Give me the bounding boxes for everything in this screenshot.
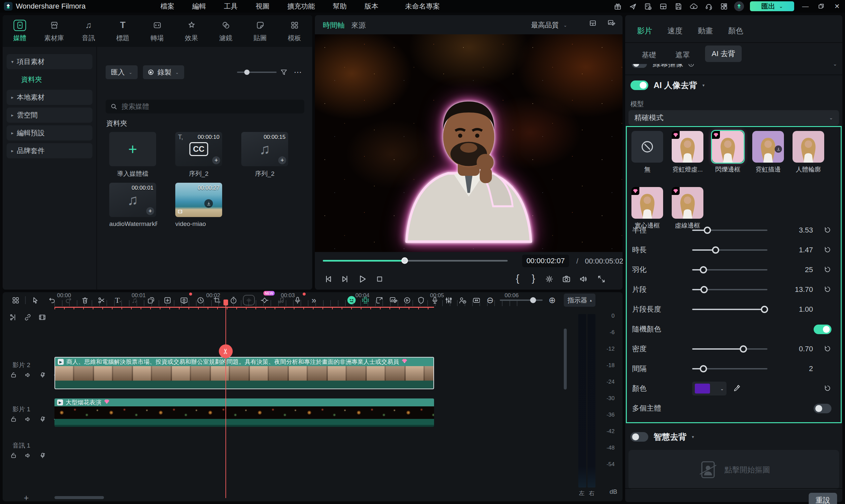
tab-color[interactable]: 顏色 xyxy=(728,26,743,36)
media-manager-icon[interactable] xyxy=(8,293,22,307)
reset-icon[interactable] xyxy=(824,384,831,394)
media-item-sequence-audio[interactable]: ♫ 00:00:15 + xyxy=(241,132,288,166)
zoom-slider-knob[interactable] xyxy=(530,297,536,303)
share-plane-icon[interactable] xyxy=(625,0,640,13)
more-options-icon[interactable]: ⋯ xyxy=(291,68,304,77)
support-headset-icon[interactable] xyxy=(701,0,716,13)
playhead-line[interactable] xyxy=(226,300,226,498)
quality-dropdown[interactable]: 最高品質⌄ xyxy=(531,20,567,30)
split-compare-icon[interactable] xyxy=(586,19,599,27)
current-timecode[interactable]: 00:00:02:07 xyxy=(522,255,569,267)
add-to-timeline-button[interactable]: + xyxy=(212,156,220,164)
lock-icon[interactable] xyxy=(10,452,17,459)
workspace-grid-icon[interactable] xyxy=(716,0,732,13)
preview-video[interactable] xyxy=(315,34,622,252)
minimize-button[interactable]: — xyxy=(797,0,813,13)
speaker-icon[interactable] xyxy=(24,416,32,423)
save-icon[interactable] xyxy=(671,0,686,13)
sidebar-item-edit-presets[interactable]: ▸編輯預設 xyxy=(6,125,92,141)
radius-slider[interactable] xyxy=(692,230,768,231)
mark-out-button[interactable]: } xyxy=(526,271,541,286)
tab-timeline-view[interactable]: 時間軸 xyxy=(323,20,345,30)
quick-split-icon[interactable] xyxy=(7,313,19,321)
timeline-vertical-scrollbar[interactable] xyxy=(564,328,567,390)
eyedropper-icon[interactable] xyxy=(733,384,741,393)
media-item-video-miao[interactable]: 00:00:27 xyxy=(175,183,222,217)
feather-slider[interactable] xyxy=(692,269,768,270)
menu-extensions[interactable]: 擴充功能 xyxy=(278,2,324,11)
add-to-timeline-button[interactable]: + xyxy=(146,207,154,215)
segment-length-slider[interactable] xyxy=(692,309,768,310)
tab-media[interactable]: 媒體 xyxy=(3,15,37,47)
scrub-handle[interactable] xyxy=(401,257,408,264)
preset-neon-outline[interactable]: 霓虹描邊 xyxy=(752,131,784,174)
preset-body-contour[interactable]: 人體輪廓 xyxy=(793,131,824,174)
timeline-horizontal-scrollbar[interactable] xyxy=(54,496,104,499)
thumbnail-size-slider[interactable] xyxy=(237,72,277,73)
reset-icon[interactable] xyxy=(824,246,831,255)
film-track-icon[interactable] xyxy=(36,313,48,321)
reset-all-button[interactable]: 重設 xyxy=(809,493,837,504)
triangle-down-icon[interactable]: ▾ xyxy=(692,434,694,439)
media-item-sequence-title[interactable]: T, CC 00:00:10 + xyxy=(175,132,222,166)
menu-view[interactable]: 視圖 xyxy=(247,2,278,11)
maximize-button[interactable] xyxy=(813,0,829,13)
filter-funnel-icon[interactable] xyxy=(277,68,291,76)
sidebar-item-cloud-space[interactable]: ▸雲空間 xyxy=(6,108,92,123)
menu-tools[interactable]: 工具 xyxy=(215,2,247,11)
slider-knob[interactable] xyxy=(700,266,707,273)
tab-video[interactable]: 影片 xyxy=(637,26,652,36)
preset-neon-dashed[interactable]: 霓虹燈虛... xyxy=(672,131,703,174)
tab-animation[interactable]: 動畫 xyxy=(698,26,713,36)
layout-icon[interactable] xyxy=(655,0,671,13)
indicator-button[interactable]: 指示器▴ xyxy=(564,293,596,307)
export-button[interactable]: 匯出⌄ xyxy=(750,1,794,11)
chevron-down-icon[interactable]: ⌄ xyxy=(833,64,837,67)
import-media-tile[interactable]: + xyxy=(109,132,156,166)
lock-icon[interactable] xyxy=(10,372,17,379)
add-track-button[interactable]: + xyxy=(24,493,29,503)
user-avatar[interactable] xyxy=(732,0,746,13)
gift-icon[interactable] xyxy=(610,0,625,13)
playback-settings-gear-icon[interactable] xyxy=(542,272,557,286)
clip-video2[interactable]: ▶ 商人、思維和電腦解決股票市場、投資或交易和辦公室規劃的問題。具有決策、夜間分… xyxy=(54,357,434,389)
snapshot-camera-icon[interactable] xyxy=(559,272,574,286)
previous-frame-button[interactable] xyxy=(321,272,335,286)
clip-video1[interactable]: ▶ 大型烟花表演 xyxy=(54,398,434,427)
duration-slider[interactable] xyxy=(692,249,768,251)
sidebar-item-local-media[interactable]: ▸本地素材 xyxy=(6,90,92,105)
slider-knob[interactable] xyxy=(700,286,708,293)
sidebar-item-project-media[interactable]: ▾項目素材 xyxy=(6,54,92,69)
slider-knob[interactable] xyxy=(700,365,707,372)
playhead-scissors-badge[interactable]: ✂ xyxy=(219,344,233,358)
tab-effects[interactable]: 效果 xyxy=(174,15,209,47)
color-swatch[interactable] xyxy=(695,384,710,394)
random-color-toggle[interactable] xyxy=(814,325,831,334)
subtab-basic[interactable]: 基礎 xyxy=(642,50,656,60)
tab-speed[interactable]: 速度 xyxy=(667,26,683,36)
color-picker[interactable]: ⌄ xyxy=(692,382,726,395)
reset-icon[interactable] xyxy=(824,345,831,354)
interval-slider[interactable] xyxy=(692,368,768,370)
play-button[interactable] xyxy=(355,272,370,286)
zoom-in-icon[interactable]: ⊕ xyxy=(545,293,559,307)
subtab-ai-cutout[interactable]: AI 去背 xyxy=(705,46,742,62)
lock-icon[interactable] xyxy=(10,416,17,423)
voice-icon[interactable] xyxy=(39,452,46,459)
reset-icon[interactable] xyxy=(824,226,831,235)
tab-audio[interactable]: ♫音訊 xyxy=(71,15,106,47)
fullscreen-icon[interactable] xyxy=(594,272,609,286)
media-item-audio-watermark[interactable]: ♫ 00:00:01 + xyxy=(109,183,156,217)
model-select[interactable]: 精確模式 ⌄ xyxy=(629,110,839,125)
subtab-mask[interactable]: 遮罩 xyxy=(675,50,690,60)
snapshot-image-icon[interactable] xyxy=(605,19,618,27)
record-dropdown[interactable]: 錄製⌄ xyxy=(143,65,184,79)
render-queue-icon[interactable] xyxy=(640,0,655,13)
menu-version[interactable]: 版本 xyxy=(355,2,387,11)
preset-none[interactable]: 無 xyxy=(631,131,663,174)
sidebar-item-folder[interactable]: 資料夾 xyxy=(6,72,92,87)
scrub-bar[interactable] xyxy=(323,260,508,262)
tab-transitions[interactable]: 轉場 xyxy=(140,15,174,47)
cloud-backup-icon[interactable] xyxy=(686,0,701,13)
slider-knob[interactable] xyxy=(704,227,711,234)
